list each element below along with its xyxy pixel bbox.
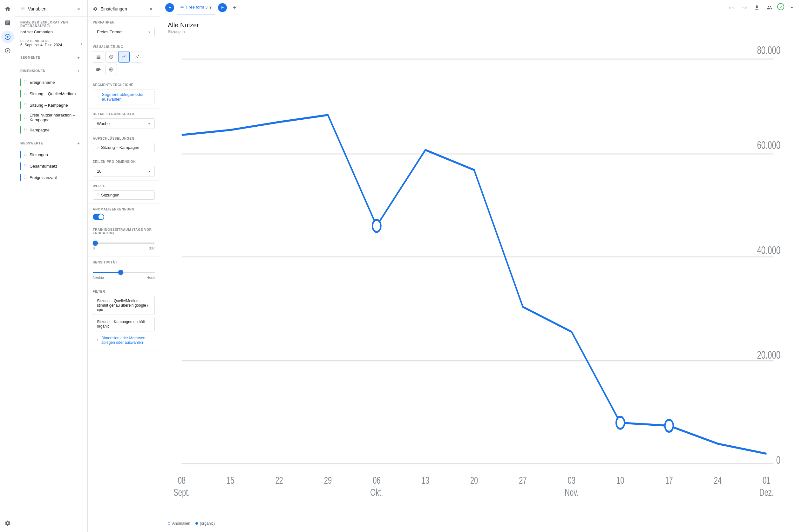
viz-line-button[interactable] <box>118 51 130 62</box>
metric-name-label: Gesamtumsatz <box>30 164 82 169</box>
dimension-item[interactable]: ⠿ Ereignisname <box>15 76 87 88</box>
tab-dropdown-icon[interactable]: ▾ <box>209 5 212 10</box>
settings-close-button[interactable]: ✕ <box>147 5 155 13</box>
dim-drag-icon: ⠿ <box>24 80 27 85</box>
tab-avatar-f: F <box>165 3 174 12</box>
chart-wrapper: 80.000 60.000 40.000 20.000 0 <box>168 39 795 519</box>
nav-settings-icon[interactable] <box>1 517 14 530</box>
viz-buttons-group <box>93 51 155 75</box>
nav-reports-icon[interactable] <box>1 17 14 29</box>
viz-donut-button[interactable] <box>106 51 117 62</box>
settings-panel-title: Einstellungen <box>93 6 127 12</box>
viz-geo-button[interactable] <box>106 64 117 75</box>
detaillierung-select[interactable]: Woche <box>93 118 155 129</box>
svg-text:01: 01 <box>763 475 770 486</box>
redo-button[interactable] <box>739 2 749 13</box>
anomalie-toggle[interactable]: ✓ <box>93 214 104 220</box>
anomaly-point-2 <box>665 420 673 432</box>
svg-text:15: 15 <box>226 475 234 486</box>
dim-drag-icon: ⠿ <box>24 115 27 120</box>
sens-low-label: Niedrig <box>93 276 104 279</box>
metrics-header: MESSWERTE + <box>15 135 87 149</box>
dim-color-bar <box>20 101 21 109</box>
add-dimension-button[interactable]: + <box>75 67 82 75</box>
dimension-item[interactable]: ⠿ Erste Nutzerinteraktion – Kampagne <box>15 111 87 124</box>
variables-close-button[interactable]: ✕ <box>75 5 82 13</box>
dim-color-bar <box>20 90 21 97</box>
check-status-icon <box>777 3 784 12</box>
organic-legend-dot <box>196 522 198 525</box>
variables-panel-header: Variablen ✕ <box>15 0 87 17</box>
viz-bar-button[interactable] <box>93 64 104 75</box>
dim-color-bar <box>20 78 21 86</box>
training-slider[interactable] <box>93 243 155 244</box>
nav-home-icon[interactable] <box>1 2 14 15</box>
metric-item[interactable]: ⠿ Ereignisanzahl <box>15 172 87 183</box>
metric-drag-icon: ⠿ <box>24 152 27 157</box>
share-users-button[interactable] <box>765 2 775 13</box>
anomalien-legend-dot <box>168 522 170 525</box>
detaillierung-label: DETAILLIERUNGSGRAD <box>93 112 155 116</box>
left-navigation <box>0 0 15 532</box>
filter-chip[interactable]: Sitzung – Quelle/Medium stimmt genau übe… <box>93 296 155 315</box>
metric-item[interactable]: ⠿ Gesamtumsatz <box>15 160 87 172</box>
date-value: 6. Sept. bis 4. Dez. 2024 <box>20 43 62 47</box>
legend-organic: (organic) <box>196 521 215 526</box>
chart-subtitle: Sitzungen <box>168 30 795 34</box>
tab-bar: F ✏ Free form 3 ▾ F + <box>160 0 802 15</box>
segments-label: SEGMENTE <box>20 56 40 59</box>
metrics-list: ⠿ Sitzungen ⠿ Gesamtumsatz ⠿ Ereignisanz… <box>15 149 87 183</box>
dim-name-label: Sitzung – Quelle/Medium <box>30 91 82 96</box>
svg-point-5 <box>135 58 136 59</box>
metric-item[interactable]: ⠿ Sitzungen <box>15 149 87 160</box>
slider-max: 337 <box>149 246 155 250</box>
settings-panel-header: Einstellungen ✕ <box>88 0 160 17</box>
metric-name-label: Sitzungen <box>30 152 82 157</box>
svg-text:Okt.: Okt. <box>370 487 383 498</box>
svg-text:40.000: 40.000 <box>757 244 780 256</box>
sensitivitaet-slider[interactable] <box>93 272 155 273</box>
werte-section: WERTE ⠿ Sitzungen <box>88 180 160 204</box>
nav-advertising-icon[interactable] <box>1 44 14 57</box>
undo-button[interactable] <box>726 2 736 13</box>
dimension-item[interactable]: ⠿ Kampagne <box>15 124 87 135</box>
nav-explore-icon[interactable] <box>1 31 14 43</box>
dimensions-label: DIMENSIONEN <box>20 69 45 73</box>
add-tab-button[interactable]: + <box>230 2 240 13</box>
dimension-item[interactable]: ⠿ Sitzung – Kampagne <box>15 99 87 111</box>
metric-drag-icon: ⠿ <box>24 164 27 169</box>
aufschluesselung-chip[interactable]: ⠿ Sitzung – Kampagne <box>93 143 155 152</box>
date-range-row[interactable]: Letzte 90 Tage 6. Sept. bis 4. Dez. 2024… <box>15 37 87 50</box>
viz-table-button[interactable] <box>93 51 104 62</box>
anomalie-toggle-row: ✓ <box>93 214 155 220</box>
zeilen-select[interactable]: 10 <box>93 166 155 176</box>
add-filter-button[interactable]: + Dimension oder Messwert ablegen oder a… <box>93 333 155 347</box>
add-segment-button[interactable]: + <box>75 54 82 61</box>
svg-text:Nov.: Nov. <box>565 487 578 498</box>
date-chevron-icon[interactable]: ‹ <box>81 41 82 46</box>
dimensions-list: ⠿ Ereignisname ⠿ Sitzung – Quelle/Medium… <box>15 76 87 135</box>
download-button[interactable] <box>752 2 762 13</box>
anomalie-section: ANOMALIEERKENNUNG ✓ <box>88 204 160 224</box>
verfahren-select[interactable]: Freies Format <box>93 27 155 37</box>
svg-text:17: 17 <box>665 475 673 486</box>
segment-add-button[interactable]: + Segment ablegen oder auswählen <box>93 89 155 104</box>
tab-avatar-f2: F <box>218 3 227 12</box>
metric-drag-icon: ⠿ <box>24 175 27 180</box>
training-label: TRAININGSZEITRAUM (TAGE VOR ENDDATUM) <box>93 228 155 235</box>
anomaly-point-0 <box>372 220 381 232</box>
training-section: TRAININGSZEITRAUM (TAGE VOR ENDDATUM) 0 … <box>88 224 160 257</box>
viz-scatter-button[interactable] <box>131 51 142 62</box>
date-label: Letzte 90 Tage <box>20 39 62 43</box>
segments-header: SEGMENTE + <box>15 50 87 63</box>
active-tab[interactable]: ✏ Free form 3 ▾ <box>177 0 215 15</box>
dimension-item[interactable]: ⠿ Sitzung – Quelle/Medium <box>15 88 87 99</box>
werte-chip[interactable]: ⠿ Sitzungen <box>93 190 155 200</box>
filter-chip[interactable]: Sitzung – Kampagne enthält organic <box>93 317 155 331</box>
legend-anomalien: Anomalien <box>168 521 190 526</box>
metric-name-label: Ereignisanzahl <box>30 175 82 180</box>
dim-color-bar <box>20 126 21 134</box>
add-metric-button[interactable]: + <box>75 139 82 147</box>
svg-point-4 <box>110 56 112 57</box>
more-actions-button[interactable] <box>787 2 797 13</box>
